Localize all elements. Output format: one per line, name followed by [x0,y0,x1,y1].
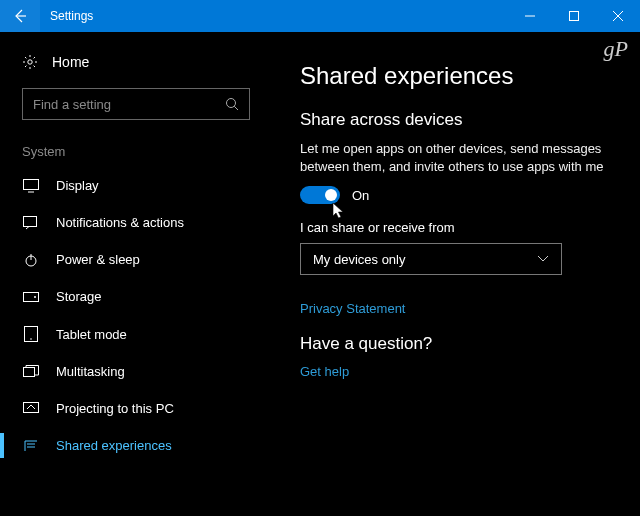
search-icon [225,97,239,111]
toggle-state-label: On [352,188,369,203]
share-toggle[interactable] [300,186,340,204]
share-from-dropdown[interactable]: My devices only [300,243,562,275]
sidebar-item-label: Display [56,178,99,193]
power-icon [22,253,40,267]
sidebar-item-label: Multitasking [56,364,125,379]
svg-point-7 [34,296,36,298]
back-arrow-icon [12,8,28,24]
sidebar-item-label: Shared experiences [56,438,172,453]
maximize-icon [569,11,579,21]
window-title: Settings [40,9,93,23]
sidebar-item-tablet[interactable]: Tablet mode [0,315,272,353]
sidebar-item-label: Storage [56,289,102,304]
sidebar-item-projecting[interactable]: Projecting to this PC [0,390,272,427]
svg-point-2 [227,99,236,108]
svg-rect-10 [24,367,35,376]
get-help-link[interactable]: Get help [300,364,349,379]
close-button[interactable] [596,0,640,32]
notifications-icon [22,216,40,230]
svg-rect-6 [24,292,39,301]
svg-rect-0 [570,12,579,21]
shared-experiences-icon [22,439,40,453]
sidebar-item-power[interactable]: Power & sleep [0,241,272,278]
svg-rect-11 [24,402,39,412]
sidebar-item-shared-experiences[interactable]: Shared experiences [0,427,272,464]
gear-icon [22,54,38,70]
minimize-button[interactable] [508,0,552,32]
sidebar-item-label: Tablet mode [56,327,127,342]
have-question-title: Have a question? [300,334,612,354]
sidebar-item-storage[interactable]: Storage [0,278,272,315]
section-share-description: Let me open apps on other devices, send … [300,140,612,176]
svg-point-9 [30,338,32,340]
display-icon [22,179,40,193]
group-label: System [0,138,272,167]
storage-icon [22,292,40,302]
minimize-icon [525,11,535,21]
close-icon [613,11,623,21]
share-from-label: I can share or receive from [300,220,612,235]
svg-rect-3 [24,179,39,189]
projecting-icon [22,402,40,416]
sidebar-item-multitasking[interactable]: Multitasking [0,353,272,390]
watermark: gP [604,36,628,62]
search-input[interactable] [33,97,213,112]
sidebar-item-notifications[interactable]: Notifications & actions [0,204,272,241]
dropdown-value: My devices only [313,252,405,267]
sidebar-item-label: Power & sleep [56,252,140,267]
search-box[interactable] [22,88,250,120]
back-button[interactable] [0,0,40,32]
chevron-down-icon [537,255,549,263]
sidebar-item-label: Notifications & actions [56,215,184,230]
toggle-knob [325,189,337,201]
privacy-link[interactable]: Privacy Statement [300,301,406,316]
svg-point-1 [28,60,32,64]
svg-rect-4 [24,216,37,226]
page-title: Shared experiences [300,62,612,90]
tablet-icon [22,326,40,342]
maximize-button[interactable] [552,0,596,32]
sidebar-item-display[interactable]: Display [0,167,272,204]
content-pane: gP Shared experiences Share across devic… [272,32,640,516]
multitasking-icon [22,365,40,379]
titlebar: Settings [0,0,640,32]
home-nav[interactable]: Home [0,50,272,82]
section-share-title: Share across devices [300,110,612,130]
cursor-icon [332,202,346,220]
home-label: Home [52,54,89,70]
sidebar: Home System Display Notifications & acti… [0,32,272,516]
sidebar-item-label: Projecting to this PC [56,401,174,416]
